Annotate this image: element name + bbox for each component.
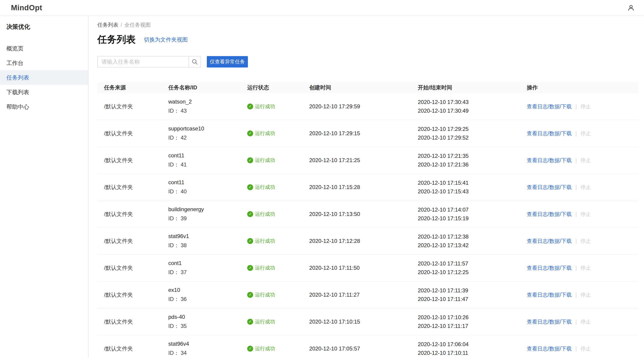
task-source: /默认文件夹 (98, 345, 168, 352)
task-actions: 查看日志/数据/下载 | 停止 (527, 211, 638, 218)
view-log-data-download-link[interactable]: 查看日志/数据/下载 (527, 265, 572, 271)
view-log-data-download-link[interactable]: 查看日志/数据/下载 (527, 319, 572, 325)
breadcrumb-all-task-view: 全任务视图 (124, 22, 150, 28)
view-log-data-download-link[interactable]: 查看日志/数据/下载 (527, 130, 572, 136)
task-status-label: 运行成功 (255, 238, 275, 244)
view-log-data-download-link[interactable]: 查看日志/数据/下载 (527, 238, 572, 244)
task-created-time: 2020-12-10 17:11:50 (309, 265, 418, 271)
search-button[interactable] (188, 56, 201, 68)
action-separator: | (575, 157, 577, 163)
action-separator: | (575, 238, 577, 244)
task-end-time: 2020-12-10 17:13:42 (418, 242, 527, 248)
task-created-time: 2020-12-10 17:29:15 (309, 130, 418, 136)
stop-link: 停止 (580, 319, 591, 325)
task-id: ID：35 (168, 322, 247, 330)
task-status: ✓ 运行成功 (247, 264, 309, 271)
table-row: /默认文件夹 watson_2 ID：43 ✓ 运行成功 2020-12-10 … (98, 93, 638, 120)
task-id: ID：38 (168, 242, 247, 249)
task-status: ✓ 运行成功 (247, 211, 309, 218)
search-input[interactable] (98, 56, 188, 68)
task-start-end-time: 2020-12-10 17:10:26 2020-12-10 17:11:17 (418, 315, 527, 329)
task-id-label: ID： (168, 296, 179, 302)
task-name: watson_2 (168, 98, 247, 105)
task-name: cont11 (168, 179, 247, 186)
table-row: /默认文件夹 cont11 ID：40 ✓ 运行成功 2020-12-10 17… (98, 174, 638, 201)
task-created-time: 2020-12-10 17:13:50 (309, 211, 418, 217)
table-header: 任务来源 任务名称/ID 运行状态 创建时间 开始/结束时间 操作 (98, 82, 638, 93)
task-created-time: 2020-12-10 17:05:57 (309, 346, 418, 352)
task-id: ID：36 (168, 296, 247, 303)
task-status: ✓ 运行成功 (247, 103, 309, 110)
task-end-time: 2020-12-10 17:29:52 (418, 135, 527, 140)
task-status-label: 运行成功 (255, 130, 275, 137)
task-status: ✓ 运行成功 (247, 345, 309, 352)
task-id-label: ID： (168, 108, 179, 114)
column-task-name-id: 任务名称/ID (168, 84, 247, 91)
action-separator: | (575, 184, 577, 190)
sidebar-item-workbench[interactable]: 工作台 (0, 56, 88, 70)
success-check-icon: ✓ (247, 157, 253, 163)
task-source: /默认文件夹 (98, 264, 168, 272)
table-row: /默认文件夹 cont1 ID：37 ✓ 运行成功 2020-12-10 17:… (98, 255, 638, 282)
view-log-data-download-link[interactable]: 查看日志/数据/下载 (527, 292, 572, 298)
view-log-data-download-link[interactable]: 查看日志/数据/下载 (527, 211, 572, 217)
breadcrumb-task-list[interactable]: 任务列表 (98, 22, 118, 28)
task-status-label: 运行成功 (255, 103, 275, 110)
sidebar-item-help-center[interactable]: 帮助中心 (0, 100, 88, 114)
task-actions: 查看日志/数据/下载 | 停止 (527, 130, 638, 137)
view-log-data-download-link[interactable]: 查看日志/数据/下载 (527, 346, 572, 352)
task-end-time: 2020-12-10 17:15:19 (418, 216, 527, 221)
task-start-end-time: 2020-12-10 17:11:39 2020-12-10 17:11:47 (418, 288, 527, 302)
success-check-icon: ✓ (247, 265, 253, 271)
task-name: ex10 (168, 287, 247, 293)
stop-link: 停止 (580, 130, 591, 136)
task-id-value: 38 (180, 242, 187, 248)
task-status: ✓ 运行成功 (247, 157, 309, 164)
sidebar-item-download-list[interactable]: 下载列表 (0, 85, 88, 100)
switch-folder-view-link[interactable]: 切换为文件夹视图 (144, 36, 188, 44)
user-icon[interactable] (627, 4, 635, 12)
task-name-id-cell: cont11 ID：40 (168, 179, 247, 195)
view-log-data-download-link[interactable]: 查看日志/数据/下载 (527, 157, 572, 163)
task-name: supportcase10 (168, 126, 247, 132)
task-id-label: ID： (168, 188, 179, 194)
success-check-icon: ✓ (247, 238, 253, 244)
task-source: /默认文件夹 (98, 184, 168, 191)
sidebar-group-title: 决策优化 (0, 20, 88, 31)
sidebar-item-overview[interactable]: 概览页 (0, 41, 88, 56)
task-start-time: 2020-12-10 17:11:39 (418, 288, 527, 293)
task-name: cont11 (168, 152, 247, 159)
abnormal-tasks-filter-button[interactable]: 仅查看异常任务 (207, 56, 248, 68)
column-start-end-time: 开始/结束时间 (418, 84, 527, 91)
task-name: cont1 (168, 260, 247, 266)
task-start-time: 2020-12-10 17:12:38 (418, 234, 527, 240)
task-created-time: 2020-12-10 17:21:25 (309, 157, 418, 164)
search-box (98, 56, 201, 68)
task-actions: 查看日志/数据/下载 | 停止 (527, 292, 638, 298)
success-check-icon: ✓ (247, 346, 253, 352)
task-name: stat96v4 (168, 341, 247, 347)
view-log-data-download-link[interactable]: 查看日志/数据/下载 (527, 184, 572, 190)
task-name-id-cell: supportcase10 ID：42 (168, 126, 247, 142)
task-status-label: 运行成功 (255, 345, 275, 352)
task-start-time: 2020-12-10 17:21:35 (418, 153, 527, 159)
task-name: stat96v1 (168, 233, 247, 240)
task-start-end-time: 2020-12-10 17:21:35 2020-12-10 17:21:36 (418, 153, 527, 167)
task-actions: 查看日志/数据/下载 | 停止 (527, 264, 638, 272)
view-log-data-download-link[interactable]: 查看日志/数据/下载 (527, 104, 572, 110)
sidebar-item-task-list[interactable]: 任务列表 (0, 70, 88, 85)
task-created-time: 2020-12-10 17:10:15 (309, 318, 418, 325)
task-status-label: 运行成功 (255, 292, 275, 298)
top-bar: MindOpt (0, 0, 644, 16)
task-status-label: 运行成功 (255, 184, 275, 191)
task-start-end-time: 2020-12-10 17:29:25 2020-12-10 17:29:52 (418, 126, 527, 140)
task-start-end-time: 2020-12-10 17:06:04 2020-12-10 17:10:11 (418, 342, 527, 356)
task-start-time: 2020-12-10 17:29:25 (418, 126, 527, 132)
task-end-time: 2020-12-10 17:12:25 (418, 270, 527, 275)
task-status: ✓ 运行成功 (247, 238, 309, 244)
task-id-value: 36 (180, 296, 187, 302)
task-id-value: 43 (180, 108, 187, 114)
task-id-value: 41 (180, 162, 187, 168)
action-separator: | (575, 104, 577, 110)
task-status-label: 运行成功 (255, 157, 275, 164)
